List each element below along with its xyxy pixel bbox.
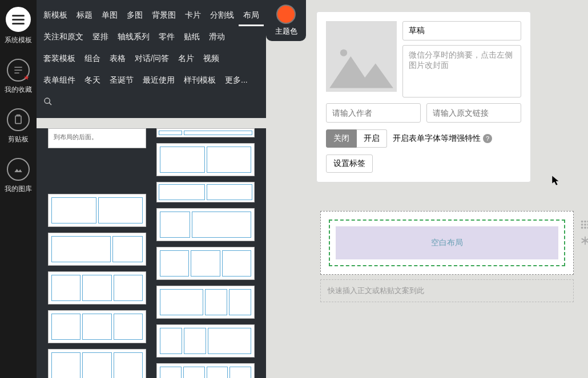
menu-item-新模板[interactable]: 新模板 (39, 5, 72, 26)
svg-point-5 (584, 221, 586, 223)
layout-template[interactable] (156, 324, 255, 357)
menu-item-圣诞节[interactable]: 圣诞节 (105, 70, 138, 91)
layout-template[interactable] (48, 271, 146, 304)
canvas-selected-block[interactable]: 空白布局 (320, 211, 574, 275)
clipboard-icon (7, 108, 30, 131)
menu-item-单图[interactable]: 单图 (97, 5, 122, 26)
layout-template[interactable] (48, 194, 146, 227)
rail-label: 系统模板 (5, 35, 32, 45)
svg-point-7 (581, 223, 583, 226)
menu-icon (6, 7, 31, 32)
rail-favorites[interactable]: ★ 我的收藏 (0, 52, 37, 101)
menu-item-视频[interactable]: 视频 (199, 48, 224, 70)
blank-layout-label: 空白布局 (336, 226, 558, 259)
layout-template[interactable] (156, 128, 255, 137)
svg-point-3 (340, 50, 347, 56)
insert-text-hint[interactable]: 快速插入正文或粘贴文案到此 (320, 279, 574, 302)
menu-item-分割线[interactable]: 分割线 (206, 5, 239, 26)
rail-label: 我的收藏 (5, 85, 32, 95)
theme-color-picker[interactable]: 主题色 (266, 0, 306, 41)
menu-item-背景图[interactable]: 背景图 (147, 5, 180, 26)
grid-handle-icon[interactable] (580, 220, 588, 230)
menu-item-套装模板[interactable]: 套装模板 (39, 48, 80, 70)
svg-marker-2 (329, 56, 393, 88)
menu-item-更多...[interactable]: 更多... (220, 70, 252, 91)
layout-template[interactable] (156, 247, 255, 280)
toggle-on-button[interactable]: 开启 (357, 129, 387, 148)
menu-item-多图[interactable]: 多图 (122, 5, 147, 26)
category-menu: 新模板标题单图多图背景图卡片分割线布局关注和原文竖排轴线系列零件贴纸滑动套装模板… (37, 0, 266, 118)
menu-item-滑动[interactable]: 滑动 (204, 26, 229, 48)
article-meta-card: 微信分享时的摘要，点击左侧图片改封面 关闭 开启 开启表单字体等增强特性 ? 设… (316, 11, 531, 182)
menu-item-组合[interactable]: 组合 (80, 48, 105, 70)
menu-item-标题[interactable]: 标题 (72, 5, 97, 26)
template-panel[interactable]: 到布局的后面。 (37, 128, 266, 378)
layout-template[interactable] (48, 310, 146, 343)
author-input[interactable] (326, 103, 421, 123)
svg-point-4 (581, 221, 583, 223)
rail-system-templates[interactable]: 系统模板 (0, 0, 37, 52)
layout-template[interactable] (156, 143, 255, 176)
svg-point-10 (581, 227, 583, 229)
image-icon (7, 158, 30, 181)
title-input[interactable] (402, 21, 521, 40)
editor-area: 微信分享时的摘要，点击左侧图片改封面 关闭 开启 开启表单字体等增强特性 ? 设… (306, 0, 588, 378)
list-star-icon: ★ (7, 59, 30, 82)
menu-item-竖排[interactable]: 竖排 (88, 26, 113, 48)
menu-item-表格[interactable]: 表格 (105, 48, 130, 70)
asterisk-icon[interactable] (580, 235, 588, 246)
block-tools (580, 220, 588, 246)
svg-point-11 (584, 227, 586, 229)
layout-template[interactable] (156, 363, 255, 378)
svg-point-8 (584, 223, 586, 226)
left-rail: 系统模板 ★ 我的收藏 剪贴板 我的图库 (0, 0, 37, 378)
menu-item-样刊模板[interactable]: 样刊模板 (179, 70, 220, 91)
menu-item-贴纸[interactable]: 贴纸 (179, 26, 204, 48)
rail-gallery[interactable]: 我的图库 (0, 151, 37, 201)
menu-item-表单组件[interactable]: 表单组件 (39, 70, 80, 91)
mountain-icon (326, 42, 397, 92)
layout-template[interactable] (48, 233, 146, 266)
menu-item-轴线系列[interactable]: 轴线系列 (113, 26, 154, 48)
search-icon[interactable] (39, 91, 57, 113)
layout-template[interactable]: 到布局的后面。 (48, 128, 146, 148)
rail-label: 剪贴板 (8, 135, 29, 144)
menu-item-布局[interactable]: 布局 (239, 5, 264, 26)
menu-item-对话/问答[interactable]: 对话/问答 (130, 48, 174, 70)
menu-item-冬天[interactable]: 冬天 (80, 70, 105, 91)
svg-point-1 (45, 98, 50, 103)
origin-link-input[interactable] (426, 103, 521, 123)
theme-swatch-icon (276, 5, 296, 24)
menu-item-卡片[interactable]: 卡片 (180, 5, 206, 26)
menu-item-名片[interactable]: 名片 (174, 48, 199, 70)
svg-rect-0 (15, 116, 21, 123)
rail-clipboard[interactable]: 剪贴板 (0, 101, 37, 151)
layout-template[interactable] (48, 349, 146, 378)
help-icon[interactable]: ? (483, 134, 492, 143)
toggle-description: 开启表单字体等增强特性 ? (393, 133, 492, 144)
layout-template[interactable] (156, 286, 255, 319)
cover-image-placeholder[interactable] (326, 21, 397, 92)
theme-label: 主题色 (275, 26, 297, 36)
rail-label: 我的图库 (5, 184, 32, 194)
toggle-off-button[interactable]: 关闭 (326, 129, 357, 148)
summary-input[interactable]: 微信分享时的摘要，点击左侧图片改封面 (402, 45, 521, 97)
menu-item-最近使用[interactable]: 最近使用 (138, 70, 179, 91)
menu-item-零件[interactable]: 零件 (154, 26, 179, 48)
set-tags-button[interactable]: 设置标签 (326, 155, 373, 173)
menu-item-关注和原文[interactable]: 关注和原文 (39, 26, 88, 48)
layout-template[interactable] (156, 182, 255, 202)
layout-template[interactable] (156, 208, 255, 241)
